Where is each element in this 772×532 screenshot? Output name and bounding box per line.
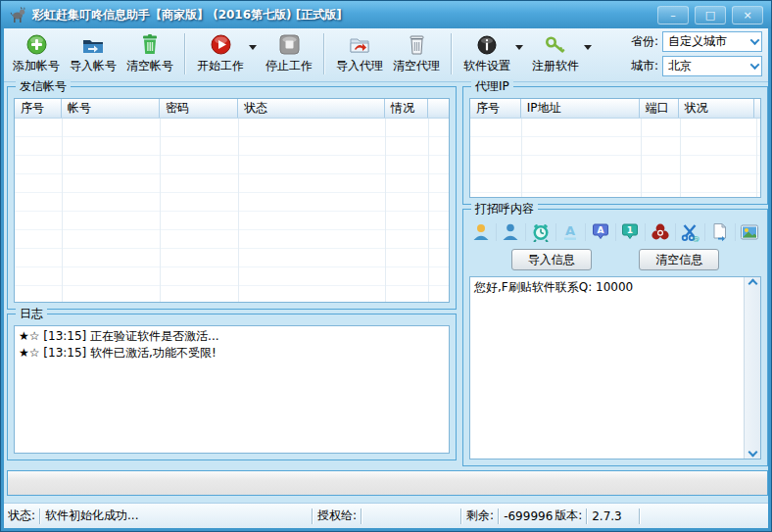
dropdown-arrow-icon[interactable] xyxy=(584,45,592,50)
main-toolbar: 添加帐号 导入帐号 清空帐号 开始工作 xyxy=(4,28,768,82)
icon-separator xyxy=(645,223,646,241)
accounts-table[interactable]: 序号 帐号 密码 状态 情况 xyxy=(14,98,450,303)
minimize-icon: – xyxy=(670,10,676,21)
badge-1-icon[interactable]: 1 xyxy=(619,221,643,243)
province-label: 省份: xyxy=(619,33,658,50)
grid-line xyxy=(160,119,161,302)
city-label: 城市: xyxy=(619,58,658,74)
close-button[interactable]: × xyxy=(732,6,763,24)
column-header-seq[interactable]: 序号 xyxy=(15,99,62,118)
stop-work-button[interactable]: 停止工作 xyxy=(261,32,317,76)
toolbar-button-label: 开始工作 xyxy=(197,58,244,74)
trash-green-icon xyxy=(139,34,161,56)
version-label: 版本: xyxy=(555,508,582,524)
stop-gray-icon xyxy=(278,34,300,56)
icon-separator xyxy=(585,223,586,241)
add-account-button[interactable]: 添加帐号 xyxy=(8,32,65,76)
column-header-account[interactable]: 帐号 xyxy=(62,99,160,118)
column-header-port[interactable]: 端口 xyxy=(640,99,679,118)
statusbar-separator xyxy=(460,508,462,524)
scroll-up-icon[interactable] xyxy=(748,279,757,289)
accounts-groupbox: 发信帐号 序号 帐号 密码 状态 情况 xyxy=(7,86,457,310)
biohazard-icon[interactable] xyxy=(649,221,672,243)
shield-a-icon[interactable]: A xyxy=(589,221,612,243)
license-label: 授权给: xyxy=(317,508,357,524)
status-bar: 状态: 软件初始化成功... 授权给: 剩余: -699996 版本: 2.7.… xyxy=(4,503,768,528)
statusbar-separator xyxy=(498,508,500,524)
maximize-button[interactable]: □ xyxy=(695,6,726,24)
font-a-icon[interactable]: A xyxy=(559,221,583,243)
proxy-groupbox: 代理IP 序号 IP地址 端口 状况 xyxy=(462,86,768,205)
column-header-status[interactable]: 状态 xyxy=(238,99,385,118)
software-settings-button[interactable]: 软件设置 xyxy=(458,32,515,76)
region-selectors: 省份: 自定义城市 城市: 北京 xyxy=(619,31,764,76)
scroll-down-icon[interactable] xyxy=(748,448,757,458)
city-value: 北京 xyxy=(668,58,751,74)
import-proxy-button[interactable]: 导入代理 xyxy=(331,32,388,76)
info-circle-icon xyxy=(476,34,498,56)
icon-separator xyxy=(675,223,676,241)
register-software-button[interactable]: 注册软件 xyxy=(527,32,584,76)
greeting-groupbox: 打招呼内容 A xyxy=(462,209,768,466)
proxy-table-body[interactable] xyxy=(470,119,760,197)
remaining-value: -699996 xyxy=(504,509,555,523)
toolbar-button-label: 清空代理 xyxy=(393,58,440,74)
column-header-condition[interactable]: 状况 xyxy=(679,99,754,118)
greeting-message-text[interactable]: 您好,F刷贴软件联系Q: 10000 xyxy=(474,279,742,457)
grid-line xyxy=(62,119,63,302)
import-message-button[interactable]: 导入信息 xyxy=(511,249,592,270)
add-circle-icon xyxy=(25,34,47,56)
icon-separator xyxy=(525,223,526,241)
city-select[interactable]: 北京 xyxy=(662,56,762,76)
dropdown-arrow-icon[interactable] xyxy=(249,45,257,50)
start-work-button[interactable]: 开始工作 xyxy=(192,32,249,76)
vertical-scrollbar[interactable] xyxy=(744,277,760,459)
proxy-table[interactable]: 序号 IP地址 端口 状况 xyxy=(469,98,761,198)
grid-line xyxy=(756,119,757,197)
accounts-table-header: 序号 帐号 密码 状态 情况 xyxy=(15,99,449,119)
icon-separator xyxy=(496,223,497,241)
titlebar: 彩虹赶集叮咚信息助手【商家版】 (2016第七版) [正式版] – □ × xyxy=(1,1,771,28)
minimize-button[interactable]: – xyxy=(657,6,689,24)
toolbar-button-label: 导入代理 xyxy=(336,58,383,74)
clear-proxy-button[interactable]: 清空代理 xyxy=(388,32,445,76)
app-window: 彩虹赶集叮咚信息助手【商家版】 (2016第七版) [正式版] – □ × 添加… xyxy=(0,0,772,532)
toolbar-separator xyxy=(184,33,186,74)
column-header-password[interactable]: 密码 xyxy=(160,99,238,118)
app-donkey-icon xyxy=(9,6,26,24)
statusbar-separator xyxy=(361,508,362,524)
chevron-down-icon xyxy=(750,60,760,70)
clear-account-button[interactable]: 清空帐号 xyxy=(121,32,178,76)
proxy-panel-title: 代理IP xyxy=(471,79,513,93)
scissors-at-icon[interactable]: @ xyxy=(679,221,702,243)
dropdown-arrow-icon[interactable] xyxy=(515,45,523,50)
column-header-ip[interactable]: IP地址 xyxy=(521,99,640,118)
toolbar-button-label: 软件设置 xyxy=(463,58,510,74)
key-green-icon xyxy=(545,34,566,56)
icon-separator xyxy=(615,223,616,241)
alarm-clock-icon[interactable] xyxy=(529,221,553,243)
copy-document-icon[interactable] xyxy=(708,221,732,243)
toolbar-separator xyxy=(323,33,325,74)
clear-message-button[interactable]: 清空信息 xyxy=(639,249,719,270)
column-header-seq[interactable]: 序号 xyxy=(470,99,521,118)
accounts-panel-title: 发信帐号 xyxy=(16,79,71,93)
toolbar-button-label: 添加帐号 xyxy=(13,58,60,74)
user-icon[interactable] xyxy=(500,221,523,243)
contact-icon[interactable] xyxy=(469,221,493,243)
log-output[interactable]: ★☆ [13:15] 正在验证软件是否激活... ★☆ [13:15] 软件已激… xyxy=(14,325,450,454)
greeting-message-box[interactable]: 您好,F刷贴软件联系Q: 10000 xyxy=(469,276,761,459)
status-value: 软件初始化成功... xyxy=(45,508,308,524)
icon-separator xyxy=(555,223,556,241)
image-icon[interactable] xyxy=(739,221,762,243)
province-select[interactable]: 自定义城市 xyxy=(662,31,762,52)
grid-line xyxy=(428,119,429,302)
column-header-situation[interactable]: 情况 xyxy=(385,99,428,118)
svg-text:@: @ xyxy=(693,235,700,242)
svg-text:A: A xyxy=(565,223,575,238)
version-value: 2.7.3 xyxy=(592,509,635,523)
toolbar-separator xyxy=(451,33,453,74)
accounts-table-body[interactable] xyxy=(15,119,449,302)
import-account-button[interactable]: 导入帐号 xyxy=(65,32,121,76)
chevron-down-icon xyxy=(750,35,760,45)
